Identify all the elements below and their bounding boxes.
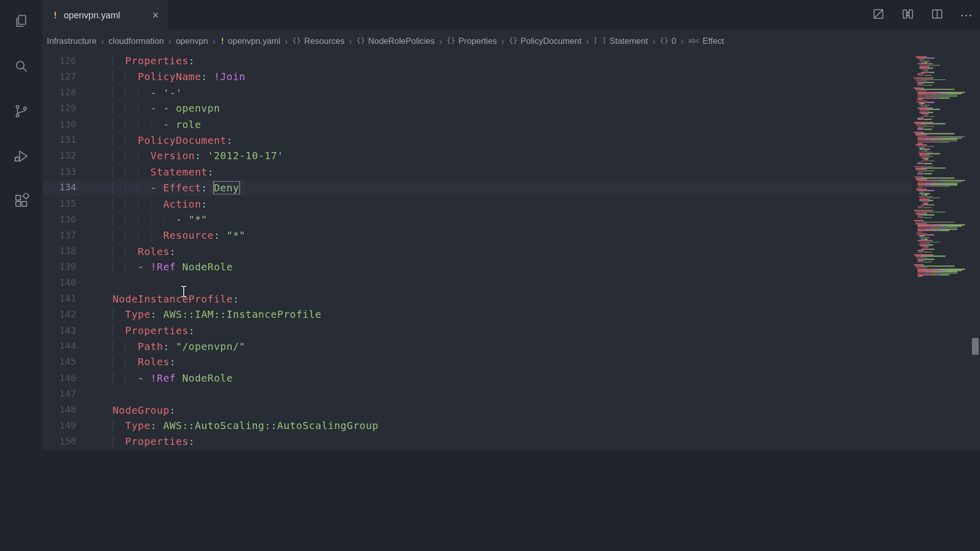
- breadcrumb-label: openvpn.yaml: [228, 36, 281, 45]
- code-line[interactable]: 143 Properties:: [42, 323, 912, 339]
- breadcrumb-separator: ›: [586, 35, 589, 46]
- sidebar-item-extensions[interactable]: [6, 186, 36, 216]
- breadcrumb-separator: ›: [501, 35, 504, 46]
- breadcrumb-item[interactable]: cloudformation: [108, 36, 163, 45]
- code-line[interactable]: 129 - - openvpn: [42, 101, 912, 116]
- breadcrumb-item[interactable]: {}PolicyDocument: [509, 36, 582, 45]
- code-text: - role: [112, 116, 201, 132]
- code-text: Statement:: [112, 164, 214, 180]
- split-editor-icon: [930, 7, 944, 20]
- breadcrumb-item[interactable]: [ ]Statement: [594, 36, 648, 45]
- code-line[interactable]: 150 Properties:: [42, 434, 912, 449]
- line-number: 133: [42, 164, 112, 180]
- code-line[interactable]: 135 Action:: [42, 196, 912, 212]
- code-line[interactable]: 132 Version: '2012-10-17': [42, 148, 912, 164]
- line-number: 140: [42, 275, 112, 291]
- code-text: - Effect: Deny: [112, 180, 239, 196]
- line-number: 143: [42, 323, 112, 339]
- breadcrumb-item[interactable]: {}Resources: [292, 36, 345, 45]
- code-text: NodeGroup:: [112, 402, 176, 418]
- code-text: Properties:: [112, 53, 194, 69]
- code-text: - '-': [112, 85, 182, 101]
- code-line[interactable]: 139 - !Ref NodeRole: [42, 259, 912, 275]
- source-control-icon: [13, 103, 30, 119]
- more-actions-icon[interactable]: ⋯: [960, 9, 972, 21]
- toggle-layout-button[interactable]: [901, 7, 915, 23]
- code-text: Roles:: [112, 355, 176, 370]
- code-line[interactable]: 134 - Effect: Deny: [42, 180, 912, 196]
- activity-bar: 1: [0, 0, 42, 450]
- breadcrumb-item[interactable]: {}Properties: [447, 36, 497, 45]
- sidebar-item-source-control[interactable]: [6, 96, 36, 127]
- breadcrumb-separator: ›: [349, 35, 352, 46]
- code-line[interactable]: 147: [42, 386, 912, 402]
- mouse-ibeam-cursor: [179, 285, 188, 298]
- code-line[interactable]: 140: [42, 275, 912, 291]
- breadcrumb-item[interactable]: {}0: [660, 36, 676, 45]
- code-text: - !Ref NodeRole: [112, 370, 233, 386]
- close-icon[interactable]: ×: [150, 8, 161, 22]
- split-editor-button[interactable]: [930, 7, 944, 23]
- breadcrumb-separator: ›: [101, 35, 104, 46]
- code-line[interactable]: 149 Type: AWS::AutoScaling::AutoScalingG…: [42, 418, 912, 434]
- code-line[interactable]: 138 Roles:: [42, 243, 912, 259]
- code-text: - "*": [112, 212, 207, 228]
- line-number: 146: [42, 370, 112, 386]
- tab-openvpn-yaml[interactable]: ! openvpn.yaml ×: [42, 0, 167, 30]
- code-line[interactable]: 126 Properties:: [42, 53, 912, 69]
- line-number: 149: [42, 418, 112, 434]
- code-line[interactable]: 151 DesiredCapacity: !Ref NodeAutoScalin…: [42, 449, 912, 450]
- code-line[interactable]: 144 Path: "/openvpn/": [42, 339, 912, 355]
- editor-pane[interactable]: 126 Properties:127 PolicyName: !Join128 …: [42, 51, 980, 450]
- code-text: - !Ref NodeRole: [112, 259, 233, 275]
- sidebar-item-run-debug[interactable]: [6, 141, 36, 171]
- code-line[interactable]: 141NodeInstanceProfile:: [42, 291, 912, 307]
- breadcrumb-separator: ›: [681, 35, 684, 46]
- overview-ruler-marker: [972, 338, 978, 355]
- breadcrumb-item[interactable]: !openvpn.yaml: [220, 36, 281, 45]
- code-line[interactable]: 133 Statement:: [42, 164, 912, 180]
- code-line[interactable]: 127 PolicyName: !Join: [42, 69, 912, 85]
- breadcrumb-label: 0: [672, 36, 676, 45]
- code-line[interactable]: 142 Type: AWS::IAM::InstanceProfile: [42, 307, 912, 323]
- code-line[interactable]: 148NodeGroup:: [42, 402, 912, 418]
- vscode-window: 1 ! openvpn.yaml × ⋯: [0, 0, 980, 450]
- sidebar-item-search[interactable]: [6, 51, 36, 81]
- breadcrumb-item[interactable]: {}NodeRolePolicies: [356, 36, 435, 45]
- editor-actions: ⋯: [872, 0, 972, 30]
- array-symbol-icon: [ ]: [594, 36, 606, 45]
- tab-title: openvpn.yaml: [64, 10, 120, 20]
- line-number: 148: [42, 402, 112, 418]
- breadcrumb-item[interactable]: abcEffect: [688, 36, 724, 45]
- code-text: Action:: [112, 196, 207, 212]
- minimap-content: [913, 56, 970, 277]
- sidebar-item-explorer[interactable]: [6, 6, 36, 36]
- line-number: 147: [42, 386, 112, 402]
- code-line[interactable]: 146 - !Ref NodeRole: [42, 370, 912, 386]
- open-changes-icon: [872, 7, 885, 20]
- breadcrumb-item[interactable]: Infrastructure: [47, 36, 96, 45]
- toggle-layout-icon: [901, 7, 915, 20]
- line-number: 129: [42, 101, 112, 116]
- line-number: 137: [42, 228, 112, 243]
- code-line[interactable]: 137 Resource: "*": [42, 228, 912, 243]
- minimap[interactable]: [913, 51, 970, 450]
- code-line[interactable]: 131 PolicyDocument:: [42, 133, 912, 148]
- code-line[interactable]: 128 - '-': [42, 85, 912, 101]
- line-number: 150: [42, 434, 112, 449]
- breadcrumb-label: PolicyDocument: [521, 36, 581, 45]
- extensions-icon: [13, 193, 30, 209]
- code-area[interactable]: 126 Properties:127 PolicyName: !Join128 …: [42, 51, 980, 450]
- code-line[interactable]: 136 - "*": [42, 212, 912, 228]
- code-line[interactable]: 130 - role: [42, 116, 912, 132]
- search-icon: [13, 58, 30, 74]
- line-number: 132: [42, 148, 112, 164]
- breadcrumb-item[interactable]: openvpn: [176, 36, 208, 45]
- breadcrumb-separator: ›: [212, 35, 215, 46]
- code-line[interactable]: 145 Roles:: [42, 355, 912, 370]
- string-symbol-icon: abc: [688, 37, 699, 44]
- open-changes-button[interactable]: [872, 7, 885, 23]
- line-number: 126: [42, 53, 112, 69]
- scrollbar[interactable]: [970, 51, 980, 450]
- line-number: 139: [42, 259, 112, 275]
